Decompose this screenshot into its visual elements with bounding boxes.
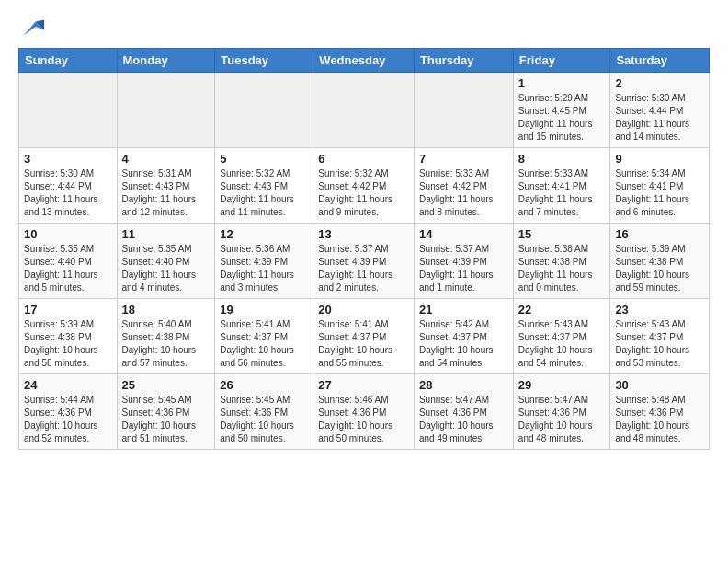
calendar-cell: 1Sunrise: 5:29 AM Sunset: 4:45 PM Daylig… — [513, 73, 610, 148]
logo — [18, 15, 46, 37]
calendar-cell: 16Sunrise: 5:39 AM Sunset: 4:38 PM Dayli… — [610, 224, 710, 299]
weekday-header-sunday: Sunday — [19, 49, 118, 73]
day-info: Sunrise: 5:39 AM Sunset: 4:38 PM Dayligh… — [615, 243, 704, 294]
calendar-cell: 17Sunrise: 5:39 AM Sunset: 4:38 PM Dayli… — [19, 299, 118, 374]
page: SundayMondayTuesdayWednesdayThursdayFrid… — [0, 0, 728, 459]
day-info: Sunrise: 5:40 AM Sunset: 4:38 PM Dayligh… — [122, 318, 210, 370]
day-info: Sunrise: 5:37 AM Sunset: 4:39 PM Dayligh… — [419, 243, 508, 294]
day-number: 28 — [419, 378, 508, 392]
header — [18, 15, 710, 37]
calendar-cell: 5Sunrise: 5:32 AM Sunset: 4:43 PM Daylig… — [215, 148, 313, 224]
day-info: Sunrise: 5:34 AM Sunset: 4:41 PM Dayligh… — [615, 167, 704, 219]
calendar-cell: 20Sunrise: 5:41 AM Sunset: 4:37 PM Dayli… — [313, 299, 415, 374]
day-number: 24 — [24, 378, 112, 392]
calendar-cell: 13Sunrise: 5:37 AM Sunset: 4:39 PM Dayli… — [313, 224, 415, 299]
weekday-header-tuesday: Tuesday — [215, 49, 313, 73]
day-number: 17 — [24, 303, 112, 316]
weekday-header-friday: Friday — [513, 49, 610, 73]
calendar-cell — [117, 73, 215, 148]
day-info: Sunrise: 5:47 AM Sunset: 4:36 PM Dayligh… — [518, 394, 606, 445]
calendar: SundayMondayTuesdayWednesdayThursdayFrid… — [18, 48, 710, 450]
day-number: 19 — [220, 303, 308, 316]
calendar-cell: 30Sunrise: 5:48 AM Sunset: 4:36 PM Dayli… — [610, 374, 710, 450]
day-info: Sunrise: 5:38 AM Sunset: 4:38 PM Dayligh… — [518, 243, 606, 294]
calendar-cell: 8Sunrise: 5:33 AM Sunset: 4:41 PM Daylig… — [513, 148, 610, 224]
calendar-cell: 22Sunrise: 5:43 AM Sunset: 4:37 PM Dayli… — [513, 299, 610, 374]
calendar-cell: 23Sunrise: 5:43 AM Sunset: 4:37 PM Dayli… — [610, 299, 710, 374]
day-info: Sunrise: 5:30 AM Sunset: 4:44 PM Dayligh… — [24, 167, 112, 219]
day-info: Sunrise: 5:31 AM Sunset: 4:43 PM Dayligh… — [122, 167, 210, 219]
day-number: 6 — [318, 152, 409, 166]
calendar-cell: 9Sunrise: 5:34 AM Sunset: 4:41 PM Daylig… — [610, 148, 710, 224]
day-number: 1 — [518, 76, 606, 90]
day-info: Sunrise: 5:41 AM Sunset: 4:37 PM Dayligh… — [220, 318, 308, 370]
calendar-cell: 12Sunrise: 5:36 AM Sunset: 4:39 PM Dayli… — [215, 224, 313, 299]
day-number: 20 — [318, 303, 409, 316]
day-info: Sunrise: 5:30 AM Sunset: 4:44 PM Dayligh… — [615, 92, 704, 144]
day-info: Sunrise: 5:32 AM Sunset: 4:42 PM Dayligh… — [318, 167, 409, 219]
day-number: 9 — [615, 152, 704, 166]
calendar-cell: 14Sunrise: 5:37 AM Sunset: 4:39 PM Dayli… — [414, 224, 513, 299]
day-number: 3 — [24, 152, 112, 166]
calendar-cell: 4Sunrise: 5:31 AM Sunset: 4:43 PM Daylig… — [117, 148, 215, 224]
day-number: 4 — [122, 152, 210, 166]
day-number: 8 — [518, 152, 606, 166]
day-info: Sunrise: 5:37 AM Sunset: 4:39 PM Dayligh… — [318, 243, 409, 294]
day-info: Sunrise: 5:43 AM Sunset: 4:37 PM Dayligh… — [518, 318, 606, 370]
day-number: 10 — [24, 227, 112, 241]
logo-icon — [20, 15, 46, 40]
day-number: 27 — [318, 378, 409, 392]
weekday-header-saturday: Saturday — [610, 49, 710, 73]
day-number: 26 — [220, 378, 308, 392]
day-info: Sunrise: 5:45 AM Sunset: 4:36 PM Dayligh… — [122, 394, 210, 445]
calendar-cell — [313, 73, 415, 148]
day-number: 30 — [615, 378, 704, 392]
calendar-cell — [215, 73, 313, 148]
calendar-cell: 2Sunrise: 5:30 AM Sunset: 4:44 PM Daylig… — [610, 73, 710, 148]
day-info: Sunrise: 5:42 AM Sunset: 4:37 PM Dayligh… — [419, 318, 508, 370]
day-number: 14 — [419, 227, 508, 241]
calendar-cell: 11Sunrise: 5:35 AM Sunset: 4:40 PM Dayli… — [117, 224, 215, 299]
weekday-header-thursday: Thursday — [414, 49, 513, 73]
day-info: Sunrise: 5:29 AM Sunset: 4:45 PM Dayligh… — [518, 92, 606, 144]
day-info: Sunrise: 5:45 AM Sunset: 4:36 PM Dayligh… — [220, 394, 308, 445]
day-number: 2 — [615, 76, 704, 90]
weekday-header-monday: Monday — [117, 49, 215, 73]
day-info: Sunrise: 5:47 AM Sunset: 4:36 PM Dayligh… — [419, 394, 508, 445]
day-info: Sunrise: 5:33 AM Sunset: 4:41 PM Dayligh… — [518, 167, 606, 219]
day-number: 7 — [419, 152, 508, 166]
weekday-header-wednesday: Wednesday — [313, 49, 415, 73]
calendar-cell: 26Sunrise: 5:45 AM Sunset: 4:36 PM Dayli… — [215, 374, 313, 450]
calendar-cell: 25Sunrise: 5:45 AM Sunset: 4:36 PM Dayli… — [117, 374, 215, 450]
day-number: 11 — [122, 227, 210, 241]
calendar-cell: 10Sunrise: 5:35 AM Sunset: 4:40 PM Dayli… — [19, 224, 118, 299]
day-number: 5 — [220, 152, 308, 166]
day-info: Sunrise: 5:46 AM Sunset: 4:36 PM Dayligh… — [318, 394, 409, 445]
day-number: 21 — [419, 303, 508, 316]
day-info: Sunrise: 5:44 AM Sunset: 4:36 PM Dayligh… — [24, 394, 112, 445]
day-number: 15 — [518, 227, 606, 241]
calendar-cell: 28Sunrise: 5:47 AM Sunset: 4:36 PM Dayli… — [414, 374, 513, 450]
calendar-cell: 18Sunrise: 5:40 AM Sunset: 4:38 PM Dayli… — [117, 299, 215, 374]
day-info: Sunrise: 5:35 AM Sunset: 4:40 PM Dayligh… — [122, 243, 210, 294]
calendar-cell: 24Sunrise: 5:44 AM Sunset: 4:36 PM Dayli… — [19, 374, 118, 450]
calendar-cell: 6Sunrise: 5:32 AM Sunset: 4:42 PM Daylig… — [313, 148, 415, 224]
day-info: Sunrise: 5:48 AM Sunset: 4:36 PM Dayligh… — [615, 394, 704, 445]
calendar-cell: 19Sunrise: 5:41 AM Sunset: 4:37 PM Dayli… — [215, 299, 313, 374]
calendar-cell: 3Sunrise: 5:30 AM Sunset: 4:44 PM Daylig… — [19, 148, 118, 224]
day-number: 12 — [220, 227, 308, 241]
day-number: 16 — [615, 227, 704, 241]
day-number: 13 — [318, 227, 409, 241]
day-info: Sunrise: 5:39 AM Sunset: 4:38 PM Dayligh… — [24, 318, 112, 370]
day-info: Sunrise: 5:33 AM Sunset: 4:42 PM Dayligh… — [419, 167, 508, 219]
calendar-cell — [414, 73, 513, 148]
calendar-cell: 7Sunrise: 5:33 AM Sunset: 4:42 PM Daylig… — [414, 148, 513, 224]
day-info: Sunrise: 5:43 AM Sunset: 4:37 PM Dayligh… — [615, 318, 704, 370]
calendar-cell: 27Sunrise: 5:46 AM Sunset: 4:36 PM Dayli… — [313, 374, 415, 450]
day-info: Sunrise: 5:35 AM Sunset: 4:40 PM Dayligh… — [24, 243, 112, 294]
calendar-cell: 29Sunrise: 5:47 AM Sunset: 4:36 PM Dayli… — [513, 374, 610, 450]
day-number: 25 — [122, 378, 210, 392]
day-number: 22 — [518, 303, 606, 316]
day-number: 23 — [615, 303, 704, 316]
calendar-cell: 21Sunrise: 5:42 AM Sunset: 4:37 PM Dayli… — [414, 299, 513, 374]
